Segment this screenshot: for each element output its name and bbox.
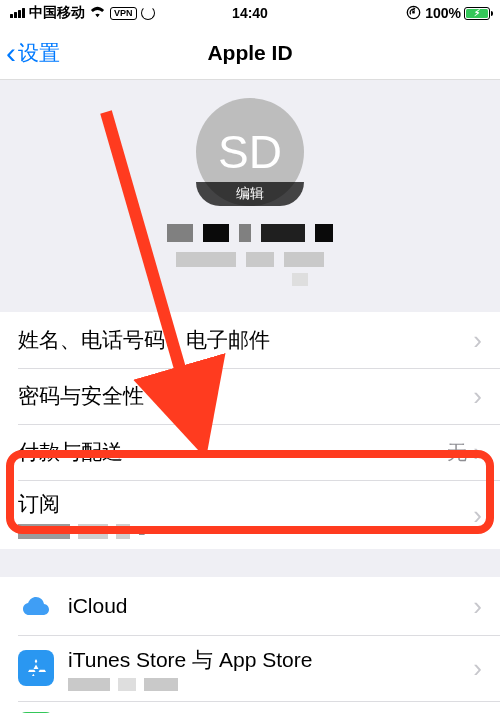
row-label: 密码与安全性 <box>18 382 473 410</box>
icloud-icon <box>18 588 54 624</box>
chevron-left-icon: ‹ <box>6 38 16 68</box>
row-password-security[interactable]: 密码与安全性 › <box>0 368 500 424</box>
avatar-edit-label: 编辑 <box>196 182 304 206</box>
chevron-right-icon: › <box>473 381 482 412</box>
row-subscriptions[interactable]: 订阅 1 › <box>0 480 500 549</box>
profile-header: SD 编辑 <box>0 80 500 312</box>
chevron-right-icon: › <box>473 653 482 684</box>
nav-bar: ‹ 设置 Apple ID <box>0 26 500 80</box>
appstore-icon <box>18 650 54 686</box>
avatar-button[interactable]: SD 编辑 <box>196 98 304 206</box>
loading-spinner-icon <box>141 6 155 20</box>
row-label: 订阅 <box>18 490 60 518</box>
wifi-icon <box>89 5 106 21</box>
account-settings-group: 姓名、电话号码、电子邮件 › 密码与安全性 › 付款与配送 无 › 订阅 1 › <box>0 312 500 549</box>
battery-indicator: 100% ⚡︎ <box>425 5 490 21</box>
profile-extra-redacted <box>0 273 500 286</box>
row-payment-shipping[interactable]: 付款与配送 无 › <box>0 424 500 480</box>
carrier-label: 中国移动 <box>29 4 85 22</box>
avatar-initials: SD <box>218 125 282 179</box>
row-partial-cutoff[interactable] <box>0 701 500 713</box>
row-icloud[interactable]: iCloud › <box>0 577 500 635</box>
row-value: 无 <box>447 439 467 466</box>
battery-pct: 100% <box>425 5 461 21</box>
row-label: 姓名、电话号码、电子邮件 <box>18 326 473 354</box>
chevron-right-icon: › <box>473 325 482 356</box>
clock: 14:40 <box>232 5 268 21</box>
chevron-right-icon: › <box>473 499 482 530</box>
row-name-phone-email[interactable]: 姓名、电话号码、电子邮件 › <box>0 312 500 368</box>
status-bar: 中国移动 VPN 14:40 100% ⚡︎ <box>0 0 500 26</box>
page-title: Apple ID <box>207 41 292 65</box>
row-label: iTunes Store 与 App Store <box>68 646 473 674</box>
back-label: 设置 <box>18 39 60 67</box>
vpn-badge: VPN <box>110 7 137 20</box>
profile-email-redacted <box>0 252 500 267</box>
signal-icon <box>10 8 25 18</box>
row-label: iCloud <box>68 594 473 618</box>
back-button[interactable]: ‹ 设置 <box>0 38 60 68</box>
chevron-right-icon: › <box>473 591 482 622</box>
chevron-right-icon: › <box>473 437 482 468</box>
services-group: iCloud › iTunes Store 与 App Store › <box>0 577 500 713</box>
itunes-subtitle-redacted <box>68 678 473 691</box>
row-label: 付款与配送 <box>18 438 447 466</box>
battery-icon: ⚡︎ <box>464 7 490 20</box>
svg-rect-1 <box>412 11 415 13</box>
subscriptions-subtitle-redacted: 1 <box>18 524 145 539</box>
rotation-lock-icon <box>406 5 421 23</box>
row-itunes-appstore[interactable]: iTunes Store 与 App Store › <box>0 635 500 701</box>
profile-name-redacted <box>0 224 500 242</box>
